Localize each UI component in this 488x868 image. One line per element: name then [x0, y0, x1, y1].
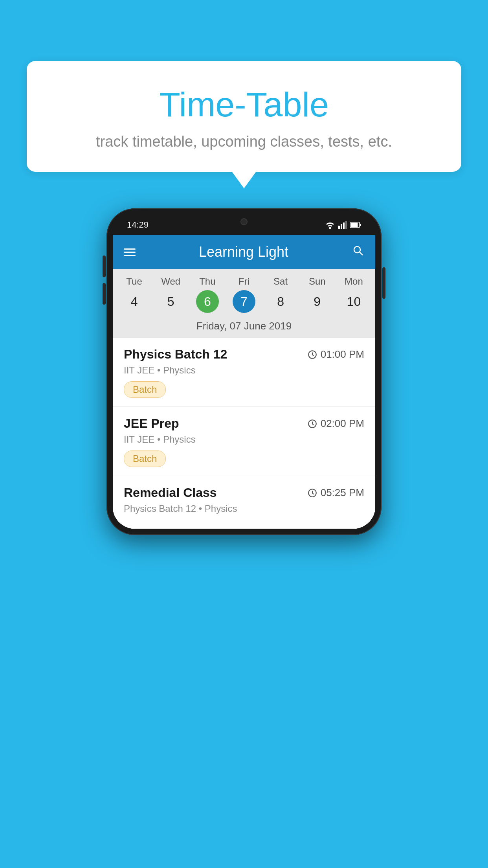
day-name: Sun	[309, 276, 326, 287]
day-cell-wed[interactable]: Wed5	[155, 276, 187, 313]
phone-notch	[226, 215, 262, 229]
day-name: Mon	[345, 276, 363, 287]
day-number: 5	[160, 290, 182, 313]
event-time: 01:00 PM	[307, 348, 364, 360]
events-list: Physics Batch 1201:00 PMIIT JEE • Physic…	[113, 338, 375, 529]
event-header: Physics Batch 1201:00 PM	[124, 347, 364, 362]
menu-icon[interactable]	[124, 248, 136, 256]
search-icon[interactable]	[352, 244, 364, 260]
event-category: IIT JEE • Physics	[124, 365, 364, 376]
day-name: Thu	[199, 276, 215, 287]
svg-point-8	[354, 246, 360, 253]
phone-frame: 14:29	[106, 208, 382, 535]
day-name: Tue	[126, 276, 142, 287]
app-header: Learning Light	[113, 235, 375, 269]
status-icons	[325, 221, 361, 229]
clock-icon	[307, 419, 317, 429]
day-name: Wed	[161, 276, 180, 287]
speech-bubble-container: Time-Table track timetable, upcoming cla…	[27, 61, 461, 172]
front-camera	[240, 218, 248, 225]
svg-line-9	[360, 252, 363, 255]
event-category: IIT JEE • Physics	[124, 434, 364, 445]
event-time: 05:25 PM	[307, 487, 364, 499]
clock-icon	[307, 349, 317, 360]
day-number: 4	[123, 290, 146, 313]
day-number: 9	[306, 290, 328, 313]
event-card-0[interactable]: Physics Batch 1201:00 PMIIT JEE • Physic…	[113, 338, 375, 407]
event-card-2[interactable]: Remedial Class05:25 PMPhysics Batch 12 •…	[113, 476, 375, 529]
event-title: Remedial Class	[124, 485, 217, 500]
phone-top-bar: 14:29	[113, 215, 375, 235]
svg-rect-1	[338, 226, 340, 229]
power-button[interactable]	[382, 267, 385, 299]
day-name: Fri	[238, 276, 250, 287]
day-cell-tue[interactable]: Tue4	[119, 276, 150, 313]
speech-bubble: Time-Table track timetable, upcoming cla…	[27, 61, 461, 172]
svg-rect-4	[345, 221, 347, 229]
event-header: JEE Prep02:00 PM	[124, 416, 364, 431]
app-header-title: Learning Light	[199, 244, 288, 260]
day-cell-thu[interactable]: Thu6	[192, 276, 223, 313]
day-cell-mon[interactable]: Mon10	[338, 276, 369, 313]
volume-up-button[interactable]	[103, 256, 106, 277]
phone-screen: Learning Light Tue4Wed5Thu6Fri7Sat8Sun9M…	[113, 235, 375, 529]
svg-rect-2	[341, 224, 342, 229]
days-row: Tue4Wed5Thu6Fri7Sat8Sun9Mon10	[116, 274, 372, 314]
event-category: Physics Batch 12 • Physics	[124, 503, 364, 514]
day-number: 7	[233, 290, 255, 313]
day-number: 10	[342, 290, 365, 313]
svg-point-0	[329, 227, 331, 229]
wifi-icon	[325, 221, 335, 229]
battery-icon	[350, 222, 361, 228]
event-time: 02:00 PM	[307, 417, 364, 430]
selected-date-label: Friday, 07 June 2019	[116, 314, 372, 338]
app-title: Time-Table	[50, 85, 438, 125]
app-subtitle: track timetable, upcoming classes, tests…	[50, 133, 438, 150]
svg-rect-6	[360, 224, 361, 226]
event-header: Remedial Class05:25 PM	[124, 485, 364, 500]
day-cell-sat[interactable]: Sat8	[265, 276, 296, 313]
day-name: Sat	[273, 276, 288, 287]
volume-down-button[interactable]	[103, 283, 106, 305]
clock-icon	[307, 488, 317, 498]
status-time: 14:29	[127, 220, 149, 230]
batch-badge: Batch	[124, 451, 166, 467]
day-cell-sun[interactable]: Sun9	[301, 276, 333, 313]
calendar-strip: Tue4Wed5Thu6Fri7Sat8Sun9Mon10 Friday, 07…	[113, 269, 375, 338]
signal-icon	[338, 221, 347, 229]
day-cell-fri[interactable]: Fri7	[228, 276, 260, 313]
batch-badge: Batch	[124, 381, 166, 398]
phone-wrapper: 14:29	[106, 208, 382, 535]
svg-rect-7	[351, 223, 358, 227]
event-card-1[interactable]: JEE Prep02:00 PMIIT JEE • PhysicsBatch	[113, 407, 375, 476]
day-number: 6	[196, 290, 219, 313]
day-number: 8	[269, 290, 292, 313]
event-title: JEE Prep	[124, 416, 179, 431]
event-title: Physics Batch 12	[124, 347, 227, 362]
svg-rect-3	[343, 223, 345, 229]
